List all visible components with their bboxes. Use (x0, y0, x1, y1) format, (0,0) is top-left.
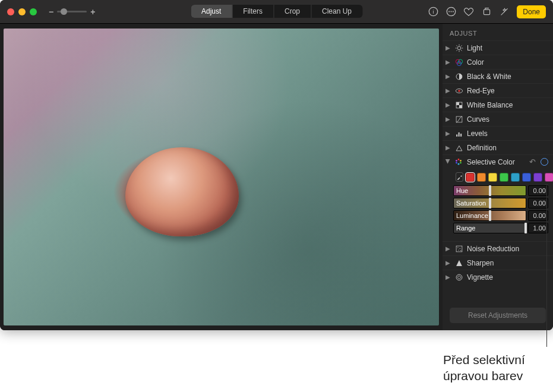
color-swatch[interactable] (488, 173, 497, 182)
zoom-out-button[interactable]: − (49, 7, 53, 17)
slider-label: Hue (456, 187, 468, 194)
chevron-right-icon: ▶ (445, 87, 451, 94)
eyedropper-button[interactable] (456, 172, 463, 182)
adj-row-selective-color[interactable]: ▶ Selective Color ↶ (443, 154, 553, 169)
tab-crop[interactable]: Crop (274, 5, 311, 18)
adj-label: Sharpen (467, 259, 548, 267)
adj-label: Noise Reduction (467, 245, 548, 253)
adj-label: Red-Eye (467, 87, 548, 95)
adj-row-bw[interactable]: ▶ Black & White (443, 69, 553, 83)
slider-label: Luminance (456, 212, 488, 219)
svg-point-31 (460, 162, 462, 164)
hue-slider[interactable]: Hue (453, 185, 526, 196)
tab-cleanup[interactable]: Clean Up (311, 5, 362, 18)
adj-row-vignette[interactable]: ▶ Vignette (443, 270, 553, 284)
color-swatch[interactable] (477, 173, 486, 182)
svg-point-30 (460, 160, 462, 162)
svg-line-12 (456, 45, 457, 46)
zoom-slider[interactable] (57, 11, 87, 12)
svg-point-32 (458, 163, 460, 165)
slider-row-luminance: Luminance0.00 (443, 210, 553, 221)
color-swatch[interactable] (545, 173, 553, 182)
adj-row-redeye[interactable]: ▶ Red-Eye (443, 83, 553, 97)
adj-label: Curves (467, 115, 548, 124)
more-icon[interactable] (445, 7, 456, 17)
sidebar-header: ADJUST (443, 24, 553, 40)
svg-rect-27 (458, 132, 459, 136)
range-slider[interactable]: Range (453, 223, 526, 233)
maximize-window-button[interactable] (30, 8, 37, 15)
svg-line-15 (456, 50, 457, 50)
chevron-right-icon: ▶ (445, 59, 451, 65)
adj-label: White Balance (467, 101, 548, 109)
saturation-slider[interactable]: Saturation (453, 198, 526, 208)
info-icon[interactable]: i (428, 7, 438, 17)
slider-knob[interactable] (489, 198, 491, 208)
tab-adjust[interactable]: Adjust (191, 5, 232, 18)
undo-icon[interactable]: ↶ (529, 157, 536, 166)
app-window: − + Adjust Filters Crop Clean Up i (0, 0, 553, 330)
svg-point-34 (456, 160, 457, 162)
color-swatch[interactable] (466, 173, 475, 182)
light-icon (454, 43, 463, 52)
zoom-control: − + (49, 7, 95, 17)
adj-row-color[interactable]: ▶ Color (443, 55, 553, 69)
redeye-icon (454, 86, 463, 95)
auto-enhance-icon[interactable] (499, 7, 510, 17)
tab-filters[interactable]: Filters (232, 5, 274, 18)
callout-text: Před selektivní úpravou barev (443, 352, 525, 384)
svg-rect-28 (460, 134, 462, 137)
chevron-right-icon: ▶ (445, 73, 451, 80)
svg-point-7 (457, 46, 461, 50)
adj-row-noise[interactable]: ▶ Noise Reduction (443, 241, 553, 255)
slider-label: Saturation (456, 200, 486, 207)
slider-value[interactable]: 0.00 (528, 185, 548, 196)
callout-line1: Před selektivní (443, 353, 525, 366)
color-swatch[interactable] (500, 173, 508, 182)
content-area: ADJUST ▶ Light ▶ Color ▶ (0, 24, 553, 330)
slider-knob[interactable] (489, 185, 491, 196)
whitebalance-icon (454, 100, 463, 109)
adj-row-definition[interactable]: ▶ Definition (443, 140, 553, 154)
slider-knob[interactable] (489, 210, 491, 221)
mode-tabs: Adjust Filters Crop Clean Up (191, 5, 362, 18)
svg-point-3 (448, 11, 450, 12)
adj-row-curves[interactable]: ▶ Curves (443, 112, 553, 126)
svg-point-33 (456, 162, 457, 164)
chevron-right-icon: ▶ (445, 245, 451, 252)
minimize-window-button[interactable] (18, 8, 26, 15)
svg-line-13 (461, 50, 462, 50)
slider-value[interactable]: 1.00 (528, 223, 548, 233)
favorite-icon[interactable] (463, 7, 474, 17)
svg-rect-23 (456, 102, 459, 105)
luminance-slider[interactable]: Luminance (453, 210, 526, 221)
adj-label: Selective Color (467, 158, 526, 166)
adj-label: Black & White (467, 72, 548, 81)
close-window-button[interactable] (7, 8, 14, 15)
svg-point-37 (459, 248, 460, 248)
slider-value[interactable]: 0.00 (528, 198, 548, 208)
photo-preview[interactable] (4, 29, 439, 325)
levels-icon (454, 129, 463, 138)
svg-line-14 (461, 45, 462, 46)
adj-row-levels[interactable]: ▶ Levels (443, 126, 553, 140)
callout-leader-line (546, 185, 547, 347)
photo-canvas-area (0, 24, 443, 330)
slider-knob[interactable] (524, 223, 527, 233)
zoom-in-button[interactable]: + (90, 7, 95, 17)
color-swatch[interactable] (533, 173, 542, 182)
slider-row-saturation: Saturation0.00 (443, 198, 553, 208)
adj-row-light[interactable]: ▶ Light (443, 40, 553, 55)
adj-label: Color (467, 58, 548, 67)
reset-adjustments-button[interactable]: Reset Adjustments (450, 308, 546, 323)
color-swatch[interactable] (511, 173, 520, 182)
enable-toggle[interactable] (541, 158, 548, 166)
adj-row-whitebalance[interactable]: ▶ White Balance (443, 97, 553, 112)
slider-value[interactable]: 0.00 (528, 210, 548, 221)
callout-tick (545, 184, 548, 185)
done-button[interactable]: Done (517, 5, 546, 18)
bw-icon (454, 72, 463, 81)
adj-row-sharpen[interactable]: ▶ Sharpen (443, 255, 553, 270)
rotate-icon[interactable] (481, 7, 492, 17)
color-swatch[interactable] (522, 173, 531, 182)
